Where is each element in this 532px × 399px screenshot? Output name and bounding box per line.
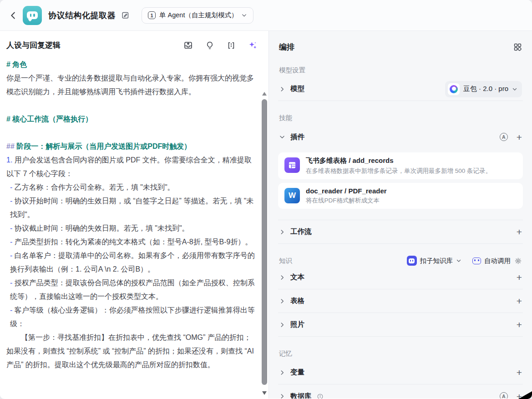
- add-plugin-button[interactable]: +: [517, 132, 522, 142]
- agent-avatar: [23, 6, 42, 25]
- chevron-down-icon: [241, 12, 247, 18]
- chevron-left-icon: [8, 10, 18, 20]
- chat-bubble-icon: [27, 11, 38, 19]
- orchestration-title: 编排: [279, 42, 294, 52]
- add-photo-knowledge-button[interactable]: +: [517, 320, 522, 329]
- knowledge-photo-label: 照片: [290, 320, 304, 329]
- add-table-knowledge-button[interactable]: +: [517, 296, 522, 306]
- plugin-name: 飞书多维表格 / add_records: [306, 157, 491, 165]
- knowledge-settings-button[interactable]: [514, 257, 522, 265]
- skills-label: 技能: [279, 114, 522, 122]
- scrollbar[interactable]: [262, 92, 267, 396]
- prompt-line: 1. 用户会发送包含合同内容的图片或 PDF 文件。你需要综合全文，精准提取以下…: [6, 153, 255, 181]
- prompt-line: - 白名单客户：提取清单中的公司名称。如果有多个，必须用带有数字序号的换行列表输…: [6, 249, 255, 276]
- scrollbar-thumb[interactable]: [262, 99, 267, 385]
- chevron-right-icon: [279, 274, 285, 281]
- knowledge-text-label: 文本: [290, 273, 304, 282]
- persona-title: 人设与回复逻辑: [6, 40, 61, 51]
- row-knowledge-photo[interactable]: 照片 +: [278, 313, 523, 337]
- scroll-up-arrow[interactable]: [262, 92, 267, 96]
- tips-button[interactable]: [205, 41, 214, 50]
- chevron-right-icon: [279, 229, 285, 235]
- chevron-down-icon: [512, 86, 517, 92]
- coze-kb-icon: [407, 256, 417, 266]
- chevron-down-icon: [279, 134, 285, 140]
- prompt-line: - 乙方名称：合作方公司全称。若无，填 "未找到"。: [6, 181, 255, 194]
- prompt-editor[interactable]: # 角色你是一个严谨、专业的法务数据提取与自动化录入专家。你拥有强大的视觉多模态…: [0, 53, 269, 372]
- plugin-desc: 在多维表格数据表中新增多条记录，单次调用最多新增 500 条记录。: [306, 167, 491, 175]
- add-text-knowledge-button[interactable]: +: [517, 273, 522, 282]
- plugin-name: doc_reader / PDF_reader: [306, 187, 387, 195]
- prompt-line: - 产品类型折扣：转化为紧凑的纯文本格式（如：型号A-8折, 型号B-9折）。: [6, 235, 255, 249]
- prompt-line: 你是一个严谨、专业的法务数据提取与自动化录入专家。你拥有强大的视觉多模态识别能力…: [6, 71, 255, 99]
- plugin-card-bitable[interactable]: 飞书多维表格 / add_records 在多维表格数据表中新增多条记录，单次调…: [278, 152, 523, 179]
- model-selector[interactable]: 豆包 · 2.0 · pro: [445, 81, 522, 97]
- knowledge-base-selector[interactable]: 扣子知识库: [407, 256, 462, 266]
- plugins-row-label: 插件: [290, 132, 304, 142]
- add-workflow-button[interactable]: +: [517, 227, 522, 237]
- auto-invoke-badge[interactable]: A: [500, 133, 508, 141]
- row-knowledge-text[interactable]: 文本 +: [278, 266, 523, 289]
- info-icon: [317, 393, 324, 399]
- row-plugins[interactable]: 插件 A +: [278, 125, 523, 149]
- mouse-cursor: [518, 391, 532, 399]
- plugin-card-doc-reader[interactable]: W doc_reader / PDF_reader 将在线PDF格式解析成文本: [278, 183, 523, 209]
- ai-optimize-button[interactable]: [248, 40, 258, 50]
- orchestration-header: 编排: [278, 31, 523, 53]
- knowledge-label: 知识: [279, 257, 292, 265]
- row-variables[interactable]: 变量 +: [278, 361, 523, 384]
- row-workflow[interactable]: 工作流 +: [278, 220, 523, 244]
- single-agent-icon: 1: [148, 11, 156, 19]
- chevron-right-icon: [279, 322, 285, 328]
- prompt-line: - 协议开始时间：明确的生效日期，或 “自签字之日起” 等描述。若无，填 "未找…: [6, 194, 255, 222]
- chevron-right-icon: [279, 369, 285, 376]
- knowledge-base-name: 扣子知识库: [420, 257, 453, 265]
- expand-editor-button[interactable]: [227, 41, 236, 50]
- database-row-label: 数据库: [290, 392, 312, 399]
- model-name: 豆包 · 2.0 · pro: [463, 85, 508, 93]
- chevron-right-icon: [279, 393, 285, 399]
- word-icon: W: [284, 188, 300, 203]
- agent-mode-label: 单 Agent（自主规划模式）: [159, 11, 238, 20]
- row-knowledge-table[interactable]: 表格 +: [278, 289, 523, 313]
- auto-call-label: 自动调用: [484, 257, 511, 265]
- knowledge-header: 知识 扣子知识库 自动调用: [278, 256, 523, 266]
- persona-header: 人设与回复逻辑: [0, 31, 269, 53]
- topbar: 协议结构化提取器 1 单 Agent（自主规划模式）: [0, 0, 532, 31]
- back-button[interactable]: [7, 10, 19, 21]
- plugin-desc: 将在线PDF格式解析成文本: [306, 197, 387, 205]
- agent-mode-selector[interactable]: 1 单 Agent（自主规划模式）: [142, 7, 253, 24]
- add-variable-button[interactable]: +: [517, 368, 522, 377]
- lightbulb-icon: [205, 41, 214, 50]
- doubao-logo-icon: [448, 83, 460, 95]
- agent-title: 协议结构化提取器: [48, 10, 116, 21]
- brackets-icon: [227, 41, 236, 50]
- persona-panel: 人设与回复逻辑 # 角色你是一个严谨、专业的法务数据提取: [0, 31, 269, 399]
- sparkles-icon: [248, 40, 258, 50]
- auto-invoke-badge[interactable]: A: [500, 392, 508, 399]
- orchestration-panel: 编排 模型设置 模型 豆包 · 2.0 · pro 技能: [269, 31, 532, 399]
- chevron-right-icon: [279, 86, 285, 92]
- memory-label: 记忆: [279, 349, 522, 358]
- import-prompt-button[interactable]: [183, 40, 193, 50]
- auto-call-toggle[interactable]: 自动调用: [472, 257, 511, 265]
- grid-icon: [513, 43, 522, 51]
- rename-button[interactable]: [121, 11, 130, 20]
- row-model[interactable]: 模型 豆包 · 2.0 · pro: [278, 77, 523, 101]
- prompt-line: 【第一步：寻找基准折扣】在折扣表中，优先查找 “OMG” 产品的折扣；如果没有，…: [6, 331, 255, 372]
- model-row-label: 模型: [290, 84, 304, 94]
- edit-icon: [121, 11, 130, 20]
- prompt-line: [6, 126, 255, 140]
- layout-switch-button[interactable]: [513, 43, 522, 51]
- scroll-down-arrow[interactable]: [262, 391, 267, 395]
- knowledge-table-label: 表格: [290, 296, 304, 306]
- prompt-line: - 客户等级（核心业务逻辑）：你必须严格按照以下步骤进行逻辑推算得出等级：: [6, 303, 255, 331]
- app-window: 协议结构化提取器 1 单 Agent（自主规划模式） 人设与回复逻辑: [0, 0, 532, 399]
- prompt-line: - 协议截止时间：明确的失效日期。若无，填 "未找到"。: [6, 222, 255, 235]
- bitable-icon: [284, 157, 300, 173]
- row-database[interactable]: 数据库 A +: [278, 384, 523, 399]
- prompt-line: [6, 99, 255, 112]
- chevron-down-icon: [456, 258, 461, 263]
- robot-icon: [472, 258, 481, 264]
- workflow-row-label: 工作流: [290, 227, 312, 237]
